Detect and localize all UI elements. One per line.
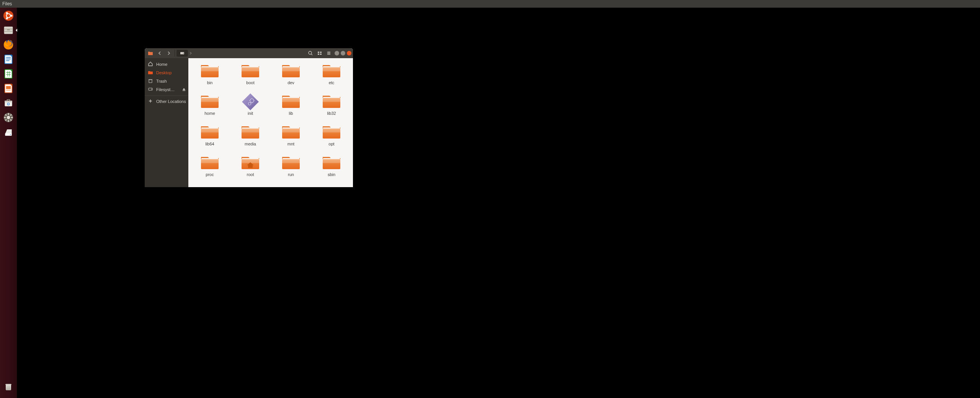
launcher-firefox[interactable] <box>2 38 15 51</box>
folder-icon <box>239 153 261 171</box>
svg-rect-24 <box>5 101 12 102</box>
folder-icon <box>280 61 302 80</box>
chevron-right-icon <box>189 49 193 57</box>
svg-rect-84 <box>282 98 300 102</box>
svg-rect-39 <box>5 384 11 385</box>
file-item-lib[interactable]: lib <box>272 92 310 122</box>
window-close-button[interactable] <box>347 51 351 55</box>
sidebar-item-other-locations[interactable]: Other Locations <box>145 97 188 106</box>
svg-rect-72 <box>323 67 340 71</box>
file-item-mnt[interactable]: mnt <box>272 122 310 152</box>
file-item-label: opt <box>328 142 334 146</box>
file-item-lib64[interactable]: lib64 <box>191 122 229 152</box>
launcher-ubuntu-software[interactable] <box>2 96 15 109</box>
svg-rect-6 <box>4 29 13 30</box>
eject-icon[interactable] <box>182 87 186 92</box>
launcher <box>0 8 17 398</box>
hamburger-menu-button[interactable] <box>325 49 333 57</box>
launcher-settings[interactable] <box>2 111 15 124</box>
trash-icon <box>148 78 153 84</box>
file-item-init[interactable]: init <box>231 92 270 122</box>
file-item-label: root <box>247 172 254 177</box>
svg-rect-48 <box>320 52 322 53</box>
launcher-files[interactable] <box>2 24 15 37</box>
file-item-proc[interactable]: proc <box>191 153 229 183</box>
svg-rect-102 <box>201 159 219 163</box>
sidebar-item-desktop[interactable]: Desktop <box>145 69 188 77</box>
svg-rect-63 <box>201 67 219 71</box>
folder-icon <box>199 92 221 110</box>
svg-point-2 <box>10 15 12 16</box>
menubar-app-name[interactable]: Files <box>2 1 12 7</box>
file-item-label: boot <box>246 80 254 85</box>
sidebar-item-label: Other Locations <box>156 99 186 104</box>
executable-icon <box>239 92 261 110</box>
svg-rect-8 <box>7 29 10 30</box>
file-item-etc[interactable]: etc <box>312 61 351 91</box>
svg-rect-54 <box>149 80 152 83</box>
launcher-ubuntu-dash[interactable] <box>2 9 15 22</box>
home-icon <box>148 61 153 67</box>
folder-icon <box>320 61 343 80</box>
launcher-libreoffice-calc[interactable] <box>2 67 15 80</box>
sidebar-item-label: Home <box>156 62 167 67</box>
file-item-label: etc <box>329 80 335 85</box>
file-item-sbin[interactable]: sbin <box>312 153 351 183</box>
file-item-media[interactable]: media <box>231 122 270 152</box>
file-item-home[interactable]: home <box>191 92 229 122</box>
svg-line-34 <box>10 114 11 116</box>
nav-back-button[interactable] <box>155 49 164 57</box>
svg-point-37 <box>10 134 11 135</box>
file-item-label: lib <box>289 111 293 116</box>
path-segment-drive[interactable] <box>176 50 188 57</box>
svg-rect-22 <box>6 90 11 91</box>
window-maximize-button[interactable] <box>341 51 345 55</box>
file-item-dev[interactable]: dev <box>272 61 310 91</box>
file-item-opt[interactable]: opt <box>312 122 351 152</box>
svg-rect-99 <box>323 129 340 132</box>
desktop-icon <box>148 70 153 76</box>
folder-icon <box>320 153 343 171</box>
svg-rect-90 <box>201 129 219 132</box>
svg-rect-96 <box>282 129 300 132</box>
drive-icon <box>148 86 153 93</box>
svg-rect-69 <box>282 67 300 71</box>
sidebar-item-label: Filesyst… <box>156 87 175 92</box>
file-item-root[interactable]: root <box>231 153 270 183</box>
svg-line-46 <box>311 54 312 55</box>
sidebar-item-trash[interactable]: Trash <box>145 77 188 85</box>
file-item-run[interactable]: run <box>272 153 310 183</box>
file-item-bin[interactable]: bin <box>191 61 229 91</box>
file-item-label: lib32 <box>327 111 336 116</box>
svg-point-27 <box>7 116 10 119</box>
file-item-boot[interactable]: boot <box>231 61 270 91</box>
folder-icon <box>199 122 221 141</box>
nav-forward-button[interactable] <box>165 49 173 57</box>
menubar: Files <box>0 0 980 8</box>
svg-rect-50 <box>320 54 322 55</box>
sidebar-item-label: Desktop <box>156 70 172 75</box>
launcher-libreoffice-writer[interactable] <box>2 53 15 66</box>
file-item-label: run <box>288 172 294 177</box>
launcher-libreoffice-impress[interactable] <box>2 82 15 95</box>
svg-line-32 <box>5 114 7 116</box>
file-item-lib32[interactable]: lib32 <box>312 92 351 122</box>
sidebar-item-label: Trash <box>156 79 167 83</box>
sidebar-item-home[interactable]: Home <box>145 60 188 69</box>
launcher-trash[interactable] <box>2 380 15 393</box>
files-content[interactable]: binbootdevetchomeinitliblib32lib64mediam… <box>188 58 353 187</box>
svg-point-44 <box>183 53 184 54</box>
folder-icon <box>146 49 155 57</box>
file-item-label: lib64 <box>205 142 214 146</box>
svg-point-45 <box>309 51 312 54</box>
files-window: HomeDesktopTrashFilesyst…Other Locations… <box>145 48 353 187</box>
search-button[interactable] <box>306 49 315 57</box>
view-toggle-button[interactable] <box>315 49 324 57</box>
window-minimize-button[interactable] <box>335 51 339 55</box>
folder-icon <box>199 153 221 171</box>
svg-rect-66 <box>242 67 259 71</box>
sidebar-item-filesyst-[interactable]: Filesyst… <box>145 85 188 94</box>
svg-rect-47 <box>318 52 319 53</box>
launcher-disk[interactable] <box>2 126 15 139</box>
svg-point-57 <box>151 89 152 90</box>
